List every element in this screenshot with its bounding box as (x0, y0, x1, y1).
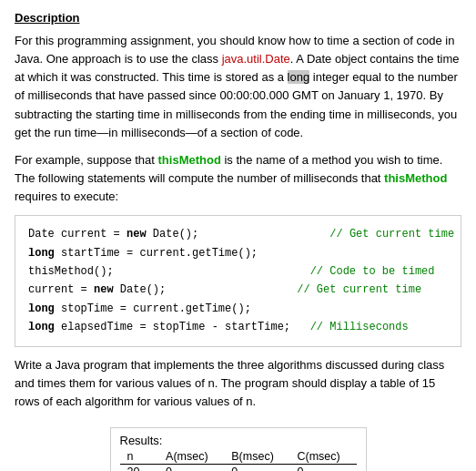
results-table: n A(msec) B(msec) C(msec) 20000401006012… (120, 449, 357, 471)
table-cell: 0 (158, 465, 224, 471)
para1-date: Date (307, 52, 331, 66)
para2-text-a: For example, suppose that (15, 153, 158, 167)
results-box: Results: n A(msec) B(msec) C(msec) 20000… (110, 427, 367, 471)
paragraph-1: For this programming assignment, you sho… (15, 32, 461, 142)
table-cell: 0 (224, 465, 289, 471)
code-line-2: long startTime = current.getTime(); (28, 244, 448, 262)
para2-method: thisMethod (158, 153, 221, 167)
code-block: Date current = new Date(); // Get curren… (15, 215, 461, 346)
code-line-1: Date current = new Date(); // Get curren… (28, 225, 448, 243)
col-header-a: A(msec) (158, 449, 224, 465)
after-paragraph: Write a Java program that implements the… (15, 356, 461, 411)
col-header-n: n (120, 449, 159, 465)
code-line-5: long stopTime = current.getTime(); (28, 300, 448, 318)
code-line-4: current = new Date(); // Get current tim… (28, 281, 448, 299)
paragraph-2: For example, suppose that thisMethod is … (15, 151, 461, 206)
para1-class: java.util.Date (222, 52, 290, 66)
code-line-6: long elapsedTime = stopTime - startTime;… (28, 318, 448, 336)
para2-text-c: requires to execute: (15, 189, 118, 203)
col-header-c: C(msec) (289, 449, 356, 465)
table-cell: 20 (120, 465, 159, 471)
table-cell: 0 (289, 465, 356, 471)
para1-long: long (288, 70, 310, 84)
para1-text-b: . A (290, 52, 307, 66)
col-header-b: B(msec) (224, 449, 289, 465)
section-heading: Description (15, 11, 461, 25)
code-line-3: thisMethod(); // Code to be timed (28, 262, 448, 281)
results-body: 2000040100601208012010013012005014006016… (120, 465, 357, 471)
table-header-row: n A(msec) B(msec) C(msec) (120, 449, 357, 465)
results-label: Results: (120, 434, 357, 447)
para2-method2: thisMethod (384, 171, 447, 185)
table-row: 20000 (120, 465, 357, 471)
results-container: Results: n A(msec) B(msec) C(msec) 20000… (15, 420, 461, 471)
